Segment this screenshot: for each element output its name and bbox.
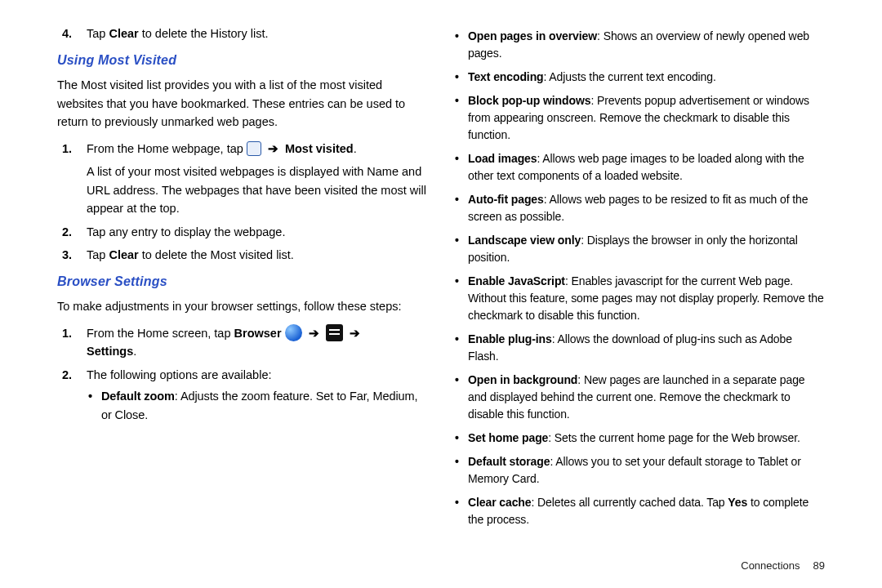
list-item: Default storage: Allows you to set your …	[453, 453, 825, 488]
option-text: Default zoom: Adjusts the zoom feature. …	[101, 387, 429, 424]
option-desc: : Adjusts the current text encoding.	[544, 70, 716, 83]
step-number: 2.	[57, 223, 87, 241]
option-term: Open pages in overview	[468, 29, 597, 42]
option-term: Enable plug-ins	[468, 332, 552, 345]
option-text: Text encoding: Adjusts the current text …	[468, 69, 716, 86]
step-body: From the Home screen, tap Browser ➔ ➔ Se…	[87, 324, 429, 361]
bold-text: Clear	[109, 27, 138, 40]
heading-browser-settings: Browser Settings	[57, 272, 429, 292]
most-visited-steps: 1. From the Home webpage, tap ➔ Most vis…	[57, 140, 429, 265]
option-text: Load images: Allows web page images to b…	[468, 150, 825, 185]
step-detail: A list of your most visited webpages is …	[87, 163, 429, 217]
option-term: Enable JavaScript	[468, 274, 565, 287]
option-term: Open in background	[468, 373, 577, 386]
option-text: Open in background: New pages are launch…	[468, 372, 825, 423]
arrow-icon: ➔	[346, 327, 363, 340]
list-item: Open pages in overview: Shows an overvie…	[453, 28, 825, 62]
list-item: Enable JavaScript: Enables javascript fo…	[453, 273, 825, 324]
list-item: Auto-fit pages: Allows web pages to be r…	[453, 191, 825, 225]
footer-section: Connections	[741, 559, 800, 572]
list-item: Default zoom: Adjusts the zoom feature. …	[87, 387, 429, 424]
bold-text: Most visited	[285, 142, 354, 155]
option-term: Default zoom	[101, 390, 175, 403]
step-number: 1.	[57, 324, 87, 361]
text: to delete the History list.	[139, 27, 269, 40]
list-item: Load images: Allows web page images to b…	[453, 150, 825, 185]
intro-paragraph: To make adjustments in your browser sett…	[57, 297, 429, 315]
bold-text: Yes	[728, 496, 747, 509]
option-term: Block pop-up windows	[468, 94, 590, 107]
step-number: 3.	[57, 246, 87, 264]
option-term: Default storage	[468, 455, 550, 468]
list-item: 1. From the Home webpage, tap ➔ Most vis…	[57, 140, 429, 218]
bookmark-icon	[247, 141, 261, 156]
text: Tap	[87, 248, 109, 261]
option-text: Clear cache: Deletes all currently cache…	[468, 494, 825, 528]
text: .	[133, 345, 136, 358]
option-text: Set home page: Sets the current home pag…	[468, 430, 800, 447]
menu-icon	[326, 324, 343, 341]
text: The following options are available:	[87, 368, 272, 381]
list-item: Text encoding: Adjusts the current text …	[453, 69, 825, 86]
option-desc: : Sets the current home page for the Web…	[548, 431, 800, 444]
bold-text: Settings	[87, 345, 133, 358]
browser-settings-steps: 1. From the Home screen, tap Browser ➔ ➔…	[57, 324, 429, 431]
step-body: Tap any entry to display the webpage.	[87, 223, 429, 241]
globe-icon	[285, 324, 302, 341]
option-term: Load images	[468, 152, 537, 165]
page-footer: Connections89	[741, 559, 825, 572]
list-item: 3. Tap Clear to delete the Most visited …	[57, 246, 429, 264]
option-text: Enable JavaScript: Enables javascript fo…	[468, 273, 825, 324]
step-body: The following options are available: Def…	[87, 366, 429, 430]
step-body: Tap Clear to delete the Most visited lis…	[87, 246, 429, 264]
footer-page-number: 89	[813, 559, 825, 572]
heading-using-most-visited: Using Most Visited	[57, 51, 429, 71]
intro-paragraph: The Most visited list provides you with …	[57, 76, 429, 131]
list-item: Enable plug-ins: Allows the download of …	[453, 331, 825, 365]
text: Tap	[87, 27, 109, 40]
list-item: 1. From the Home screen, tap Browser ➔ ➔…	[57, 324, 429, 361]
page: 4. Tap Clear to delete the History list.…	[0, 0, 882, 588]
option-term: Text encoding	[468, 70, 544, 83]
options-list-left: Default zoom: Adjusts the zoom feature. …	[87, 387, 429, 424]
option-term: Set home page	[468, 431, 548, 444]
text: From the Home screen, tap	[87, 327, 234, 340]
option-term: Landscape view only	[468, 234, 581, 247]
right-column: Open pages in overview: Shows an overvie…	[441, 24, 837, 572]
list-item: Set home page: Sets the current home pag…	[453, 430, 825, 447]
option-term: Clear cache	[468, 496, 532, 509]
option-text: Open pages in overview: Shows an overvie…	[468, 28, 825, 62]
text: to delete the Most visited list.	[139, 248, 294, 261]
text: From the Home webpage, tap	[87, 142, 247, 155]
history-steps-continued: 4. Tap Clear to delete the History list.	[57, 24, 429, 42]
left-column: 4. Tap Clear to delete the History list.…	[45, 24, 441, 572]
list-item: Block pop-up windows: Prevents popup adv…	[453, 92, 825, 144]
step-number: 2.	[57, 366, 87, 430]
step-body: Tap Clear to delete the History list.	[87, 24, 429, 42]
bold-text: Clear	[109, 248, 138, 261]
list-item: 2. Tap any entry to display the webpage.	[57, 223, 429, 241]
list-item: Clear cache: Deletes all currently cache…	[453, 494, 825, 528]
option-desc: : Deletes all currently cached data. Tap	[532, 496, 728, 509]
option-text: Auto-fit pages: Allows web pages to be r…	[468, 191, 825, 225]
arrow-icon: ➔	[305, 327, 323, 340]
bold-text: Browser	[234, 327, 282, 340]
list-item: 4. Tap Clear to delete the History list.	[57, 24, 429, 42]
options-list-right: Open pages in overview: Shows an overvie…	[453, 28, 825, 528]
option-text: Landscape view only: Displays the browse…	[468, 232, 825, 266]
list-item: Landscape view only: Displays the browse…	[453, 232, 825, 266]
option-text: Block pop-up windows: Prevents popup adv…	[468, 92, 825, 144]
step-body: From the Home webpage, tap ➔ Most visite…	[87, 140, 429, 218]
list-item: 2. The following options are available: …	[57, 366, 429, 430]
text: .	[354, 142, 357, 155]
step-number: 4.	[57, 24, 87, 42]
option-text: Enable plug-ins: Allows the download of …	[468, 331, 825, 365]
arrow-icon: ➔	[265, 142, 282, 155]
list-item: Open in background: New pages are launch…	[453, 372, 825, 423]
step-number: 1.	[57, 140, 87, 218]
option-term: Auto-fit pages	[468, 193, 544, 206]
option-text: Default storage: Allows you to set your …	[468, 453, 825, 488]
